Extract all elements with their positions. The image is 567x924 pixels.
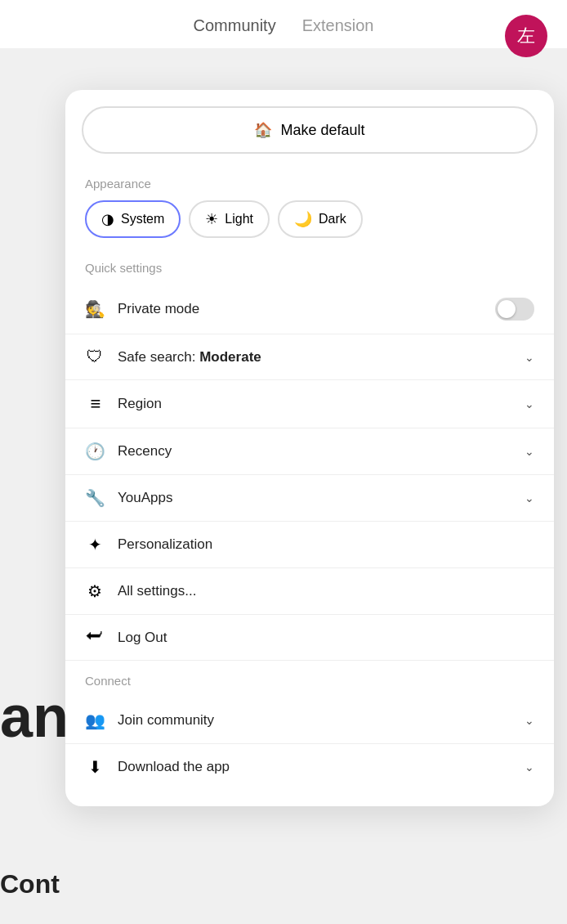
avatar-button[interactable]: 左 [505,15,547,57]
join-community-row[interactable]: 👥 Join community ⌄ [65,697,554,744]
moon-icon: 🌙 [294,210,312,228]
region-chevron: ⌄ [525,397,534,410]
make-default-label: Make default [280,122,364,139]
community-icon: 👥 [85,711,105,730]
join-community-label: Join community [118,712,511,729]
youapps-row[interactable]: 🔧 YouApps ⌄ [65,475,554,522]
private-mode-label: Private mode [118,301,482,317]
recency-label: Recency [118,443,511,460]
private-mode-toggle[interactable] [495,298,534,321]
appearance-section-label: Appearance [65,170,554,200]
download-app-row[interactable]: ⬇ Download the app ⌄ [65,744,554,790]
logout-row[interactable]: ⮨ Log Out [65,615,554,661]
theme-system-label: System [121,212,164,227]
spy-icon: 🕵 [85,299,105,319]
personalization-label: Personalization [118,536,534,553]
nav-community[interactable]: Community [194,16,276,35]
region-label: Region [118,396,511,412]
gear-icon: ⚙ [85,581,105,601]
top-navigation: Community Extension 左 [0,0,567,48]
download-icon: ⬇ [85,757,105,777]
tools-icon: 🔧 [85,488,105,508]
private-mode-row[interactable]: 🕵 Private mode [65,285,554,334]
theme-dark-button[interactable]: 🌙 Dark [278,200,363,238]
logout-label: Log Out [118,630,534,646]
settings-panel: 🏠 Make default Appearance ◑ System ☀ Lig… [65,90,554,806]
system-icon: ◑ [101,210,114,228]
theme-light-button[interactable]: ☀ Light [189,200,270,238]
all-settings-label: All settings... [118,583,534,599]
quick-settings-section-label: Quick settings [65,254,554,285]
download-app-chevron: ⌄ [525,760,534,774]
all-settings-row[interactable]: ⚙ All settings... [65,568,554,615]
safe-search-row[interactable]: 🛡 Safe search: Moderate ⌄ [65,334,554,380]
download-app-label: Download the app [118,759,511,775]
safe-search-chevron: ⌄ [525,351,534,364]
theme-light-label: Light [225,212,253,227]
theme-selector: ◑ System ☀ Light 🌙 Dark [65,200,554,254]
youapps-label: YouApps [118,490,511,506]
home-icon: 🏠 [254,121,272,139]
theme-dark-label: Dark [319,212,346,227]
make-default-button[interactable]: 🏠 Make default [82,106,538,154]
clock-icon: 🕐 [85,442,105,461]
recency-chevron: ⌄ [525,445,534,458]
sun-icon: ☀ [205,210,218,228]
recency-row[interactable]: 🕐 Recency ⌄ [65,428,554,475]
bg-text-bottom: Cont [0,869,60,899]
region-icon: ≡ [85,393,105,415]
star-icon: ✦ [85,535,105,554]
personalization-row[interactable]: ✦ Personalization [65,522,554,568]
youapps-chevron: ⌄ [525,491,534,505]
shield-icon: 🛡 [85,348,105,366]
logout-icon: ⮨ [85,628,105,647]
region-row[interactable]: ≡ Region ⌄ [65,380,554,428]
theme-system-button[interactable]: ◑ System [85,200,181,238]
nav-extension[interactable]: Extension [302,16,374,35]
connect-section-label: Connect [65,667,554,697]
join-community-chevron: ⌄ [525,714,534,727]
safe-search-label: Safe search: Moderate [118,349,511,366]
